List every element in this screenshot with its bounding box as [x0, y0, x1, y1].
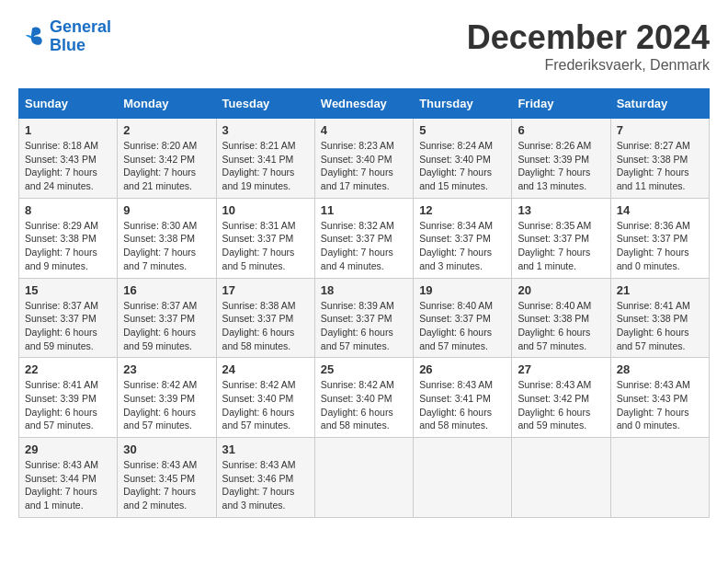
day-info: Sunrise: 8:41 AMSunset: 3:38 PMDaylight:… — [617, 299, 703, 353]
day-number: 9 — [123, 203, 210, 217]
calendar-cell: 22Sunrise: 8:41 AMSunset: 3:39 PMDayligh… — [19, 358, 118, 438]
day-info: Sunrise: 8:43 AMSunset: 3:41 PMDaylight:… — [419, 378, 506, 432]
day-number: 24 — [222, 362, 309, 376]
weekday-header-friday: Friday — [512, 89, 610, 119]
page-header: General Blue December 2024 Frederiksvaer… — [18, 18, 710, 74]
day-info: Sunrise: 8:20 AMSunset: 3:42 PMDaylight:… — [123, 139, 210, 193]
logo-bird-icon — [18, 23, 46, 51]
day-info: Sunrise: 8:41 AMSunset: 3:39 PMDaylight:… — [25, 378, 111, 432]
day-number: 2 — [123, 123, 210, 137]
calendar-cell — [414, 438, 512, 518]
day-number: 21 — [617, 283, 703, 297]
day-number: 26 — [419, 362, 506, 376]
calendar-cell: 28Sunrise: 8:43 AMSunset: 3:43 PMDayligh… — [610, 358, 709, 438]
day-number: 12 — [419, 203, 506, 217]
logo-line1: General — [50, 17, 111, 36]
weekday-header-tuesday: Tuesday — [216, 89, 314, 119]
calendar-week-row: 1Sunrise: 8:18 AMSunset: 3:43 PMDaylight… — [19, 119, 710, 199]
calendar-cell: 31Sunrise: 8:43 AMSunset: 3:46 PMDayligh… — [216, 438, 314, 518]
day-number: 7 — [617, 123, 703, 137]
calendar-cell: 10Sunrise: 8:31 AMSunset: 3:37 PMDayligh… — [216, 198, 314, 278]
day-number: 1 — [25, 123, 111, 137]
calendar-cell: 26Sunrise: 8:43 AMSunset: 3:41 PMDayligh… — [414, 358, 512, 438]
day-info: Sunrise: 8:42 AMSunset: 3:39 PMDaylight:… — [123, 378, 210, 432]
day-info: Sunrise: 8:43 AMSunset: 3:42 PMDaylight:… — [518, 378, 604, 432]
day-number: 8 — [25, 203, 111, 217]
day-info: Sunrise: 8:39 AMSunset: 3:37 PMDaylight:… — [321, 299, 407, 353]
day-info: Sunrise: 8:42 AMSunset: 3:40 PMDaylight:… — [321, 378, 407, 432]
day-number: 4 — [321, 123, 407, 137]
calendar-table: SundayMondayTuesdayWednesdayThursdayFrid… — [18, 88, 710, 518]
day-info: Sunrise: 8:32 AMSunset: 3:37 PMDaylight:… — [321, 219, 407, 273]
day-number: 16 — [123, 283, 210, 297]
day-number: 17 — [222, 283, 309, 297]
calendar-cell: 18Sunrise: 8:39 AMSunset: 3:37 PMDayligh… — [314, 278, 413, 358]
calendar-cell: 7Sunrise: 8:27 AMSunset: 3:38 PMDaylight… — [610, 119, 709, 199]
logo-text: General Blue — [50, 18, 111, 55]
day-info: Sunrise: 8:42 AMSunset: 3:40 PMDaylight:… — [222, 378, 309, 432]
day-number: 10 — [222, 203, 309, 217]
day-number: 22 — [25, 362, 111, 376]
day-number: 31 — [222, 442, 309, 456]
day-number: 13 — [518, 203, 604, 217]
day-info: Sunrise: 8:40 AMSunset: 3:38 PMDaylight:… — [518, 299, 604, 353]
day-number: 19 — [419, 283, 506, 297]
calendar-cell: 6Sunrise: 8:26 AMSunset: 3:39 PMDaylight… — [512, 119, 610, 199]
day-number: 18 — [321, 283, 407, 297]
calendar-cell: 20Sunrise: 8:40 AMSunset: 3:38 PMDayligh… — [512, 278, 610, 358]
day-number: 25 — [321, 362, 407, 376]
day-number: 23 — [123, 362, 210, 376]
calendar-cell: 16Sunrise: 8:37 AMSunset: 3:37 PMDayligh… — [118, 278, 216, 358]
calendar-cell: 2Sunrise: 8:20 AMSunset: 3:42 PMDaylight… — [118, 119, 216, 199]
calendar-cell: 19Sunrise: 8:40 AMSunset: 3:37 PMDayligh… — [414, 278, 512, 358]
day-info: Sunrise: 8:30 AMSunset: 3:38 PMDaylight:… — [123, 219, 210, 273]
calendar-cell: 29Sunrise: 8:43 AMSunset: 3:44 PMDayligh… — [19, 438, 118, 518]
day-info: Sunrise: 8:35 AMSunset: 3:37 PMDaylight:… — [518, 219, 604, 273]
calendar-cell: 25Sunrise: 8:42 AMSunset: 3:40 PMDayligh… — [314, 358, 413, 438]
day-info: Sunrise: 8:43 AMSunset: 3:44 PMDaylight:… — [25, 458, 111, 512]
weekday-header-saturday: Saturday — [610, 89, 709, 119]
calendar-cell — [610, 438, 709, 518]
day-info: Sunrise: 8:26 AMSunset: 3:39 PMDaylight:… — [518, 139, 604, 193]
calendar-cell: 27Sunrise: 8:43 AMSunset: 3:42 PMDayligh… — [512, 358, 610, 438]
day-info: Sunrise: 8:27 AMSunset: 3:38 PMDaylight:… — [617, 139, 703, 193]
calendar-cell: 3Sunrise: 8:21 AMSunset: 3:41 PMDaylight… — [216, 119, 314, 199]
day-info: Sunrise: 8:23 AMSunset: 3:40 PMDaylight:… — [321, 139, 407, 193]
calendar-cell: 8Sunrise: 8:29 AMSunset: 3:38 PMDaylight… — [19, 198, 118, 278]
logo-line2: Blue — [50, 36, 85, 54]
calendar-cell: 17Sunrise: 8:38 AMSunset: 3:37 PMDayligh… — [216, 278, 314, 358]
calendar-cell: 12Sunrise: 8:34 AMSunset: 3:37 PMDayligh… — [414, 198, 512, 278]
day-info: Sunrise: 8:38 AMSunset: 3:37 PMDaylight:… — [222, 299, 309, 353]
calendar-week-row: 22Sunrise: 8:41 AMSunset: 3:39 PMDayligh… — [19, 358, 710, 438]
calendar-week-row: 15Sunrise: 8:37 AMSunset: 3:37 PMDayligh… — [19, 278, 710, 358]
calendar-cell: 30Sunrise: 8:43 AMSunset: 3:45 PMDayligh… — [118, 438, 216, 518]
calendar-cell: 24Sunrise: 8:42 AMSunset: 3:40 PMDayligh… — [216, 358, 314, 438]
day-number: 11 — [321, 203, 407, 217]
day-number: 3 — [222, 123, 309, 137]
calendar-cell — [314, 438, 413, 518]
day-info: Sunrise: 8:21 AMSunset: 3:41 PMDaylight:… — [222, 139, 309, 193]
day-info: Sunrise: 8:40 AMSunset: 3:37 PMDaylight:… — [419, 299, 506, 353]
day-info: Sunrise: 8:18 AMSunset: 3:43 PMDaylight:… — [25, 139, 111, 193]
day-info: Sunrise: 8:43 AMSunset: 3:43 PMDaylight:… — [617, 378, 703, 432]
day-number: 6 — [518, 123, 604, 137]
calendar-cell: 5Sunrise: 8:24 AMSunset: 3:40 PMDaylight… — [414, 119, 512, 199]
weekday-header-thursday: Thursday — [414, 89, 512, 119]
calendar-cell: 14Sunrise: 8:36 AMSunset: 3:37 PMDayligh… — [610, 198, 709, 278]
calendar-cell: 11Sunrise: 8:32 AMSunset: 3:37 PMDayligh… — [314, 198, 413, 278]
calendar-cell: 4Sunrise: 8:23 AMSunset: 3:40 PMDaylight… — [314, 119, 413, 199]
calendar-week-row: 29Sunrise: 8:43 AMSunset: 3:44 PMDayligh… — [19, 438, 710, 518]
day-number: 15 — [25, 283, 111, 297]
day-number: 30 — [123, 442, 210, 456]
calendar-cell: 21Sunrise: 8:41 AMSunset: 3:38 PMDayligh… — [610, 278, 709, 358]
title-block: December 2024 Frederiksvaerk, Denmark — [467, 18, 710, 74]
day-info: Sunrise: 8:36 AMSunset: 3:37 PMDaylight:… — [617, 219, 703, 273]
weekday-header-monday: Monday — [118, 89, 216, 119]
calendar-cell: 1Sunrise: 8:18 AMSunset: 3:43 PMDaylight… — [19, 119, 118, 199]
calendar-cell — [512, 438, 610, 518]
day-number: 29 — [25, 442, 111, 456]
day-info: Sunrise: 8:31 AMSunset: 3:37 PMDaylight:… — [222, 219, 309, 273]
calendar-cell: 9Sunrise: 8:30 AMSunset: 3:38 PMDaylight… — [118, 198, 216, 278]
location-subtitle: Frederiksvaerk, Denmark — [467, 57, 710, 74]
day-info: Sunrise: 8:37 AMSunset: 3:37 PMDaylight:… — [123, 299, 210, 353]
